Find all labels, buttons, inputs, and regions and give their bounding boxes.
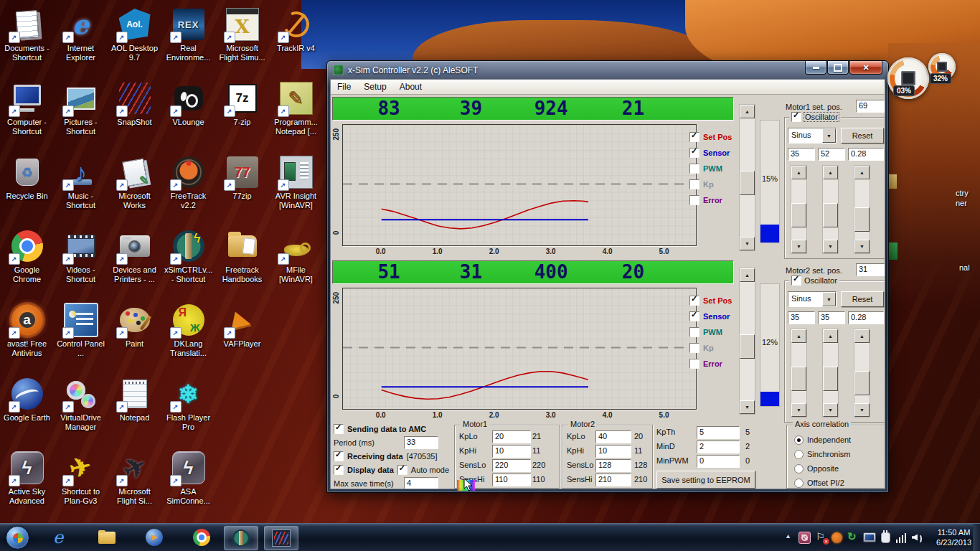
motor1-osc-scrollbar-2-down-arrow[interactable]: ▼ [854,240,870,253]
desktop-icon-zip7[interactable]: 7-zip [215,78,269,152]
motor2-set-pos-checkbox[interactable] [689,296,699,306]
desktop-icon-vaf[interactable]: VAFPlayer [215,300,269,374]
motor2-kphi-field[interactable]: 10 [595,445,631,458]
volume-tray-icon[interactable] [912,532,923,543]
desktop-icon-mfile[interactable]: MFile [WinAVR] [269,226,323,300]
motor1-osc-scrollbar-0[interactable]: ▲▼ [791,165,807,254]
motor1-kplo-field[interactable]: 20 [492,430,531,443]
desktop-icon-avast[interactable]: avast! Free Antivirus [0,300,54,374]
motor1-error-checkbox[interactable] [689,195,699,205]
auto-mode-checkbox[interactable] [397,465,407,475]
axis-radio[interactable] [794,479,804,488]
display-data-checkbox[interactable] [334,465,344,475]
motor2-error-checkbox[interactable] [689,359,699,369]
desktop-icon-asky[interactable]: Active Sky Advanced [0,448,54,522]
motor1-pwm-checkbox[interactable] [689,164,699,174]
desktop-icon-msflight[interactable]: Microsoft Flight Si... [108,448,161,522]
motor1-main-scrollbar-thumb[interactable] [740,171,755,195]
motor2-osc-param-2[interactable]: 0.28 [848,311,884,324]
motor2-reset-button[interactable]: Reset [841,291,884,307]
desktop-icon-trackir[interactable]: TrackIR v4 [269,4,323,78]
desktop-icon-snapshot[interactable]: SnapShot [108,78,161,152]
menu-file[interactable]: File [331,80,357,93]
close-button[interactable] [849,61,882,75]
motor2-oscillator-checkbox[interactable] [791,276,801,286]
internet-explorer-taskbar-button[interactable] [42,526,75,549]
google-chrome-taskbar-button[interactable] [185,526,218,549]
motor2-osc-scrollbar-0-thumb[interactable] [791,367,806,391]
motor2-kp-checkbox[interactable] [689,343,699,353]
motor2-osc-scrollbar-2-up-arrow[interactable]: ▲ [854,329,870,343]
motor2-senslo-field[interactable]: 128 [595,459,631,472]
motor1-osc-param-1[interactable]: 52 [818,148,845,161]
motor1-set-pos-checkbox[interactable] [689,132,699,142]
dropdown-arrow-icon[interactable]: ▼ [822,128,836,143]
period-field[interactable]: 33 [404,436,438,449]
motor1-kp-checkbox[interactable] [689,179,699,189]
motor2-main-scrollbar-thumb[interactable] [740,334,755,359]
desktop-icon-earth[interactable]: Google Earth [0,374,54,448]
motor1-osc-scrollbar-1-up-arrow[interactable]: ▲ [823,166,838,179]
cpu-meter-gadget[interactable]: 03% [887,57,929,99]
taskbar-clock[interactable]: 11:50 AM 6/23/2013 [936,527,971,547]
motor2-set-pos-field[interactable]: 31 [856,263,885,276]
ram-meter-gadget[interactable]: 32% [928,53,956,80]
motor1-osc-param-2[interactable]: 0.28 [848,148,884,161]
motor2-osc-param-0[interactable]: 35 [788,311,815,324]
desktop-icon-chrome[interactable]: Google Chrome [0,226,54,300]
motor2-senshi-field[interactable]: 210 [595,474,631,486]
minimize-button[interactable] [805,61,826,75]
desktop-icon-works[interactable]: Microsoft Works [108,152,161,226]
power-plug-tray-icon[interactable] [881,532,890,543]
minpwm-field[interactable]: 0 [697,455,740,468]
menu-setup[interactable]: Setup [357,80,392,93]
network-display-tray-icon[interactable] [863,532,876,542]
desktop-icon-music[interactable]: Music - Shortcut [54,152,108,226]
motor1-oscillator-checkbox[interactable] [791,112,801,122]
motor2-osc-param-1[interactable]: 35 [818,311,845,324]
desktop-icon-rex[interactable]: Real Environme... [161,4,215,78]
desktop-icon-documents[interactable]: Documents - Shortcut [0,4,54,78]
windows-explorer-taskbar-button[interactable] [90,526,123,549]
desktop-icon-xsimctrl[interactable]: xSimCTRLv... - Shortcut [161,226,215,300]
motor1-osc-param-0[interactable]: 35 [788,148,815,161]
motor2-kplo-field[interactable]: 40 [595,430,631,443]
motor1-osc-scrollbar-2-thumb[interactable] [854,207,870,232]
motor1-osc-scrollbar-2-up-arrow[interactable]: ▲ [854,166,870,179]
motor2-main-scrollbar[interactable]: ▲▼ [739,268,755,415]
motor1-wave-dropdown[interactable]: Sinus▼ [788,128,837,143]
motor1-senshi-field[interactable]: 110 [492,474,531,486]
desktop-icon-flash[interactable]: Flash Player Pro [161,374,215,448]
save-eeprom-button[interactable]: Save setting to EEPROM [656,471,755,489]
desktop-icon-fsx[interactable]: Microsoft Flight Simu... [215,4,269,78]
snapshot-taskbar-button[interactable] [264,526,298,550]
update-tray-icon[interactable] [847,532,858,543]
motor1-sensor-checkbox[interactable] [689,148,699,158]
motor1-reset-button[interactable]: Reset [841,128,884,143]
desktop-icon-avrinsight[interactable]: AVR Insight [WinAVR] [269,152,323,226]
max-save-field[interactable]: 4 [404,477,438,489]
axis-radio[interactable] [794,464,804,474]
motor1-osc-scrollbar-1-thumb[interactable] [823,203,838,227]
desktop-icon-asa[interactable]: ASA SimConne... [161,448,215,522]
motor1-osc-scrollbar-1-down-arrow[interactable]: ▼ [823,240,838,253]
motor1-osc-scrollbar-0-up-arrow[interactable]: ▲ [791,166,806,179]
axis-radio[interactable] [794,450,804,459]
motor2-osc-scrollbar-2[interactable]: ▲▼ [854,329,870,418]
desktop-icon-recycle[interactable]: Recycle Bin [0,152,54,226]
motor1-osc-scrollbar-0-thumb[interactable] [791,203,806,227]
dropdown-arrow-icon[interactable]: ▼ [822,292,836,306]
motor2-osc-scrollbar-2-down-arrow[interactable]: ▼ [854,403,870,417]
motor1-set-pos-field[interactable]: 69 [856,100,885,113]
desktop-icon-folder[interactable]: Freetrack Handbooks [215,226,269,300]
desktop-icon-computer[interactable]: Computer - Shortcut [0,78,54,152]
desktop-icon-ie[interactable]: Internet Explorer [54,4,108,78]
desktop-icon-cpanel[interactable]: Control Panel ... [54,300,108,374]
start-button[interactable] [6,526,29,550]
motor1-osc-scrollbar-0-down-arrow[interactable]: ▼ [791,240,806,253]
motor2-osc-scrollbar-2-thumb[interactable] [854,371,870,395]
desktop-icon-aol[interactable]: AOL Desktop 9.7 [108,4,161,78]
desktop-icon-pictures[interactable]: Pictures - Shortcut [54,78,108,152]
media-player-taskbar-button[interactable] [138,526,171,549]
avast-tray-icon[interactable] [831,532,842,543]
